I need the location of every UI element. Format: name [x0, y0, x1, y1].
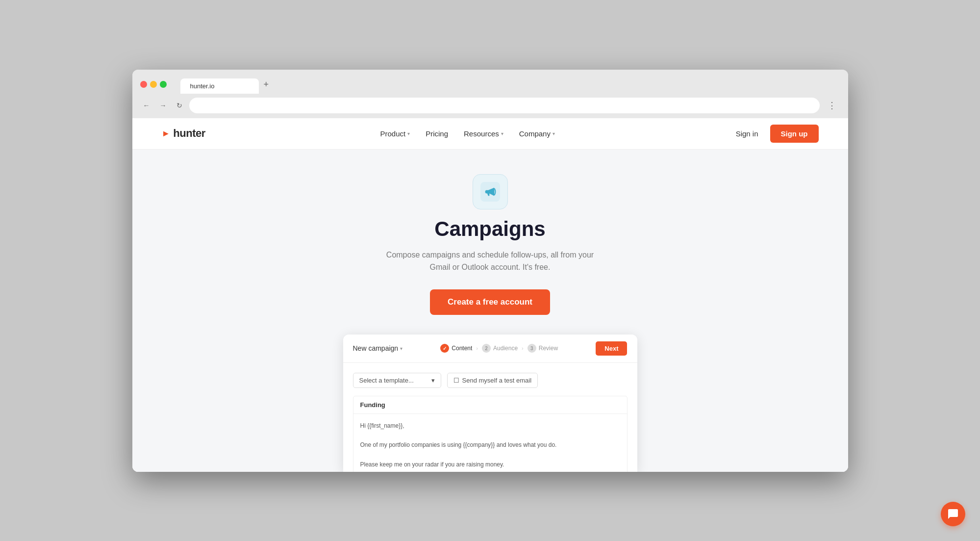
campaign-name-label: New campaign ▾ [353, 344, 403, 352]
campaign-chevron-icon: ▾ [400, 346, 402, 351]
signin-button[interactable]: Sign in [730, 126, 764, 142]
step-arrow-1: › [476, 345, 478, 351]
select-chevron-icon: ▾ [431, 377, 435, 384]
browser-toolbar: ← → ↻ ⋮ [132, 94, 848, 118]
hero-subtitle: Compose campaigns and schedule follow-up… [382, 249, 598, 274]
megaphone-icon [480, 182, 500, 202]
forward-button[interactable]: → [157, 100, 170, 111]
browser-tab[interactable]: hunter.io [180, 78, 259, 94]
address-bar[interactable] [189, 98, 820, 113]
company-chevron-icon: ▾ [553, 131, 555, 136]
nav-pricing[interactable]: Pricing [420, 126, 454, 142]
browser-window: hunter.io + ← → ↻ ⋮ ► hunter Product ▾ [132, 70, 848, 472]
mockup-body: Select a template... ▾ ☐ Send myself a t… [343, 363, 637, 472]
campaigns-icon [473, 174, 508, 209]
product-chevron-icon: ▾ [407, 131, 410, 136]
nav-links: Product ▾ Pricing Resources ▾ Company ▾ [374, 126, 560, 142]
email-followup: Please keep me on your radar if you are … [360, 460, 620, 470]
nav-company[interactable]: Company ▾ [513, 126, 561, 142]
nav-product[interactable]: Product ▾ [374, 126, 416, 142]
email-body-text: One of my portfolio companies is using {… [360, 440, 620, 451]
step-review: 3 Review [528, 344, 558, 353]
email-body[interactable]: Hi {{first_name}}, One of my portfolio c… [353, 414, 627, 472]
mockup-header: New campaign ▾ ✓ Content › 2 Audience [343, 335, 637, 363]
step-content: ✓ Content [440, 344, 472, 353]
campaign-steps: ✓ Content › 2 Audience › 3 Review [440, 344, 558, 353]
nav-actions: Sign in Sign up [730, 125, 819, 143]
resources-chevron-icon: ▾ [501, 131, 503, 136]
step-review-circle: 3 [528, 344, 536, 353]
tab-bar: hunter.io + [180, 76, 273, 94]
step-audience-circle: 2 [482, 344, 491, 353]
minimize-button[interactable] [150, 81, 157, 88]
back-button[interactable]: ← [140, 100, 153, 111]
browser-controls: hunter.io + [140, 76, 840, 94]
email-editor: Funding Hi {{first_name}}, One of my por… [353, 396, 628, 472]
close-button[interactable] [140, 81, 147, 88]
main-content: Campaigns Compose campaigns and schedule… [132, 150, 848, 472]
campaign-mockup: New campaign ▾ ✓ Content › 2 Audience [343, 335, 637, 472]
chat-widget-button[interactable] [941, 502, 965, 526]
email-greeting: Hi {{first_name}}, [360, 421, 620, 432]
step-audience: 2 Audience [482, 344, 518, 353]
fullscreen-button[interactable] [160, 81, 167, 88]
logo-link[interactable]: ► hunter [162, 127, 205, 140]
template-row: Select a template... ▾ ☐ Send myself a t… [353, 373, 628, 388]
browser-menu-button[interactable]: ⋮ [824, 98, 840, 113]
website-content: ► hunter Product ▾ Pricing Resources ▾ C… [132, 118, 848, 472]
template-select[interactable]: Select a template... ▾ [353, 373, 441, 388]
test-email-button[interactable]: ☐ Send myself a test email [447, 373, 538, 388]
tab-title: hunter.io [190, 82, 215, 90]
cta-button[interactable]: Create a free account [430, 289, 550, 315]
checkbox-icon: ☐ [453, 377, 459, 384]
hero-title: Campaigns [434, 217, 545, 241]
reload-button[interactable]: ↻ [174, 100, 185, 111]
main-nav: ► hunter Product ▾ Pricing Resources ▾ C… [132, 118, 848, 150]
logo-icon: ► [162, 129, 171, 139]
hero-section: Campaigns Compose campaigns and schedule… [382, 174, 598, 315]
logo-text: hunter [173, 127, 205, 140]
traffic-lights [140, 81, 167, 88]
nav-resources[interactable]: Resources ▾ [458, 126, 509, 142]
email-subject: Funding [353, 396, 627, 414]
next-button[interactable]: Next [596, 341, 627, 356]
signup-button[interactable]: Sign up [770, 125, 819, 143]
step-arrow-2: › [522, 345, 524, 351]
browser-titlebar: hunter.io + [132, 70, 848, 94]
new-tab-button[interactable]: + [260, 76, 273, 94]
step-content-circle: ✓ [440, 344, 449, 353]
chat-icon [947, 508, 959, 520]
